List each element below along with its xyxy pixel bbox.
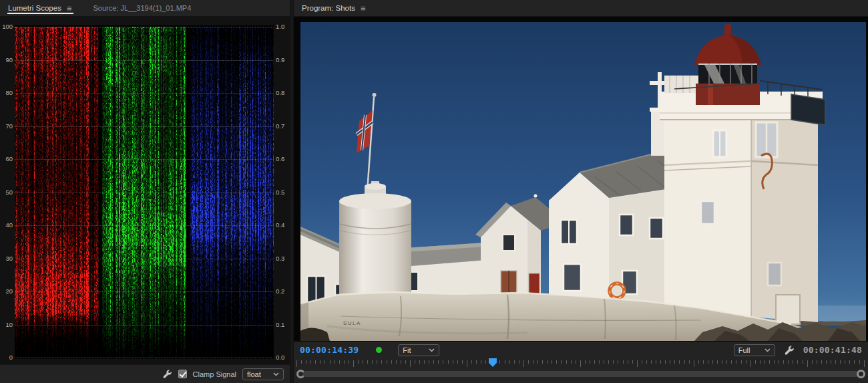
- solar-panel: [791, 94, 825, 125]
- bit-depth-value: float: [247, 370, 261, 378]
- scope-axis-tick-label: 1.0: [276, 23, 289, 30]
- scope-axis-tick-label: 40: [0, 222, 13, 229]
- scope-axis-tick-label: 10: [0, 322, 13, 328]
- program-monitor-panel: Program: Shots ≡: [294, 0, 868, 383]
- scope-axis-tick-label: 0.3: [276, 255, 289, 262]
- lumetri-scopes-panel: Lumetri Scopes ≡ Source: JL__3194(1)_01.…: [0, 0, 290, 383]
- chevron-down-icon: [273, 372, 279, 376]
- scope-axis-tick-label: 0.8: [276, 90, 289, 96]
- zoom-level-value: Fit: [403, 346, 411, 354]
- scope-axis-tick-label: 20: [0, 288, 13, 295]
- tab-lumetri-scopes[interactable]: Lumetri Scopes ≡: [0, 0, 77, 16]
- scope-axis-tick-label: 0.1: [276, 322, 289, 328]
- wall-graffiti: SULA: [343, 320, 361, 326]
- bit-depth-dropdown[interactable]: float: [242, 368, 284, 380]
- scope-axis-tick-label: 0.2: [276, 288, 289, 295]
- monitor-settings-wrench-icon[interactable]: [784, 345, 795, 356]
- tab-lumetri-scopes-label: Lumetri Scopes: [8, 4, 61, 12]
- scope-axis-tick-label: 30: [0, 255, 13, 262]
- lighthouse-tower: [660, 76, 825, 324]
- tab-program-label: Program: Shots: [302, 4, 355, 12]
- current-timecode[interactable]: 00:00:14:39: [300, 345, 359, 355]
- scope-axis-tick-label: 0.6: [276, 156, 289, 162]
- timeline-zoom-scrollbar: [296, 369, 865, 378]
- water-tank: [339, 181, 411, 309]
- video-frame-lighthouse: SULA: [300, 22, 866, 341]
- scope-axis-tick-label: 100: [0, 23, 13, 30]
- program-video-area[interactable]: SULA: [294, 17, 868, 342]
- duration-timecode: 00:00:41:48: [803, 345, 862, 355]
- chevron-down-icon: [429, 348, 435, 352]
- playback-resolution-dropdown[interactable]: Full: [734, 344, 775, 356]
- scrollbar-right-handle[interactable]: [857, 370, 865, 378]
- chevron-down-icon: [765, 348, 771, 352]
- scope-axis-tick-label: 70: [0, 123, 13, 130]
- ruler-ticks: [296, 358, 865, 368]
- premiere-workspace: Lumetri Scopes ≡ Source: JL__3194(1)_01.…: [0, 0, 868, 383]
- clamp-signal-checkbox[interactable]: [178, 370, 187, 378]
- scope-axis-tick-label: 0.4: [276, 222, 289, 229]
- scope-source-label: Source: JL__3194(1)_01.MP4: [93, 4, 192, 12]
- scope-axis-tick-label: 90: [0, 57, 13, 63]
- scope-axis-tick-label: 0: [0, 354, 13, 361]
- playback-resolution-value: Full: [738, 346, 750, 354]
- scope-axis-tick-label: 0.9: [276, 57, 289, 63]
- scope-axis-tick-label: 60: [0, 156, 13, 162]
- lumetri-footer-bar: Clamp Signal float: [0, 364, 290, 383]
- tab-program-shots[interactable]: Program: Shots ≡: [294, 0, 371, 16]
- dropped-frame-indicator: [376, 347, 382, 353]
- panel-menu-icon[interactable]: ≡: [361, 4, 366, 13]
- scope-axis-tick-label: 0.5: [276, 189, 289, 196]
- lumetri-panel-header: Lumetri Scopes ≡ Source: JL__3194(1)_01.…: [0, 0, 290, 17]
- scope-axis-tick-label: 0.7: [276, 123, 289, 130]
- program-panel-header: Program: Shots ≡: [294, 0, 868, 17]
- transport-right-controls: Full 00:00:41:48: [718, 344, 862, 356]
- panel-menu-icon[interactable]: ≡: [67, 4, 72, 13]
- scope-axis-tick-label: 80: [0, 90, 13, 96]
- scope-axis-tick-label: 50: [0, 189, 13, 196]
- scrollbar-track[interactable]: [303, 371, 859, 377]
- rgb-parade-scope: 1009080706050403020100 1.00.90.80.70.60.…: [0, 17, 290, 364]
- timeline-mini-ruler[interactable]: [296, 358, 865, 368]
- rgb-parade-waveform-canvas: [15, 25, 274, 359]
- scope-axis-tick-label: 0.0: [276, 354, 289, 361]
- clamp-signal-label: Clamp Signal: [193, 370, 236, 378]
- transport-controls: 00:00:14:39 Fit Full 00:00:41:48: [294, 342, 868, 358]
- zoom-level-dropdown[interactable]: Fit: [398, 344, 439, 356]
- scope-settings-wrench-icon[interactable]: [162, 369, 172, 379]
